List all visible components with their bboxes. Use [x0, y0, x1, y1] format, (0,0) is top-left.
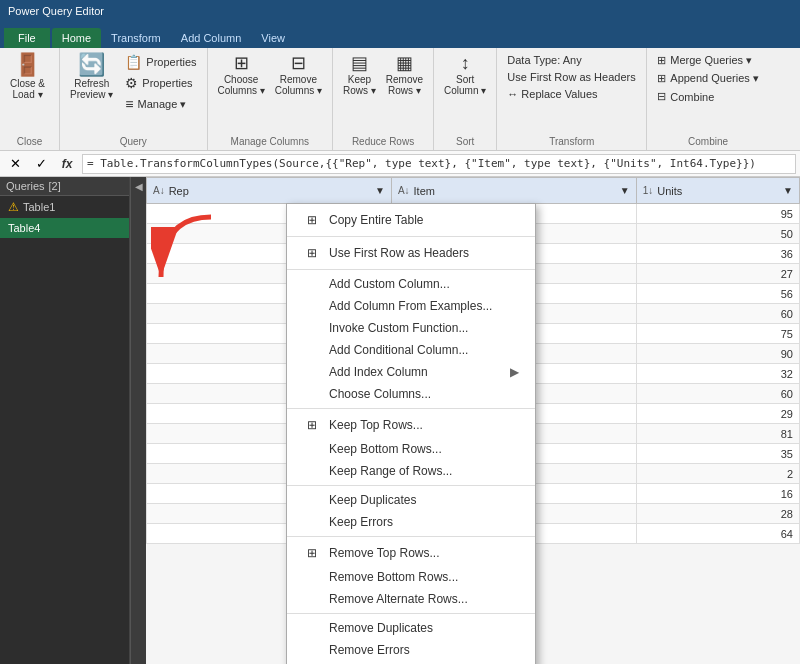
- merge-queries-icon: ⊞: [657, 54, 666, 67]
- sidebar-count: [2]: [49, 180, 61, 192]
- menu-item-add-custom-column[interactable]: Add Custom Column...: [287, 273, 535, 295]
- menu-item-keep-range-rows[interactable]: Keep Range of Rows...: [287, 460, 535, 482]
- first-row-headers-button[interactable]: Use First Row as Headers: [503, 69, 639, 85]
- tab-home[interactable]: Home: [52, 28, 101, 48]
- menu-item-add-column-examples[interactable]: Add Column From Examples...: [287, 295, 535, 317]
- advanced-editor-button[interactable]: ⚙ Properties: [121, 73, 200, 93]
- menu-item-remove-errors[interactable]: Remove Errors: [287, 639, 535, 661]
- sidebar-header: Queries [2]: [0, 177, 129, 196]
- col-header-rep[interactable]: A↓ Rep ▼: [147, 178, 392, 204]
- cell-units: 29: [636, 404, 799, 424]
- menu-icon-copy-table: ⊞: [303, 211, 321, 229]
- remove-rows-icon: ▦: [396, 54, 413, 72]
- menu-label-keep-errors: Keep Errors: [329, 515, 393, 529]
- col-header-units[interactable]: 1↓ Units ▼: [636, 178, 799, 204]
- formula-confirm-button[interactable]: ✓: [30, 153, 52, 175]
- menu-item-keep-errors[interactable]: Keep Errors: [287, 511, 535, 533]
- menu-label-remove-duplicates: Remove Duplicates: [329, 621, 433, 635]
- tab-file[interactable]: File: [4, 28, 50, 48]
- advanced-editor-icon: ⚙: [125, 75, 138, 91]
- sort-button[interactable]: ↕ SortColumn ▾: [440, 52, 490, 98]
- menu-item-remove-alternate-rows[interactable]: Remove Alternate Rows...: [287, 588, 535, 610]
- sidebar-item-table4[interactable]: Table4: [0, 218, 129, 238]
- merge-queries-button[interactable]: ⊞ Merge Queries ▾: [653, 52, 763, 69]
- fx-button[interactable]: fx: [56, 153, 78, 175]
- item-col-label: Item: [414, 185, 435, 197]
- menu-item-choose-columns[interactable]: Choose Columns...: [287, 383, 535, 405]
- menu-item-add-conditional-column[interactable]: Add Conditional Column...: [287, 339, 535, 361]
- merge-queries-label: Merge Queries ▾: [670, 54, 752, 67]
- formula-cancel-button[interactable]: ✕: [4, 153, 26, 175]
- sidebar-item-table1[interactable]: ⚠ Table1: [0, 196, 129, 218]
- ribbon-group-query: 🔄 RefreshPreview ▾ 📋 Properties ⚙ Proper…: [60, 48, 208, 150]
- append-queries-button[interactable]: ⊞ Append Queries ▾: [653, 70, 763, 87]
- formula-bar: ✕ ✓ fx: [0, 151, 800, 177]
- menu-item-invoke-custom-function[interactable]: Invoke Custom Function...: [287, 317, 535, 339]
- menu-item-remove-bottom-rows[interactable]: Remove Bottom Rows...: [287, 566, 535, 588]
- menu-item-keep-duplicates[interactable]: Keep Duplicates: [287, 489, 535, 511]
- menu-icon-first-row-headers: ⊞: [303, 244, 321, 262]
- query-group-label: Query: [60, 136, 207, 147]
- combine-files-label: Combine: [670, 91, 714, 103]
- cancel-icon: ✕: [10, 156, 21, 171]
- menu-label-copy-table: Copy Entire Table: [329, 213, 424, 227]
- tab-view[interactable]: View: [251, 28, 295, 48]
- table4-label: Table4: [8, 222, 40, 234]
- replace-values-button[interactable]: ↔ Replace Values: [503, 86, 639, 102]
- confirm-icon: ✓: [36, 156, 47, 171]
- menu-item-remove-duplicates[interactable]: Remove Duplicates: [287, 617, 535, 639]
- refresh-preview-button[interactable]: 🔄 RefreshPreview ▾: [66, 52, 117, 102]
- choose-columns-button[interactable]: ⊞ ChooseColumns ▾: [214, 52, 269, 98]
- tab-transform[interactable]: Transform: [101, 28, 171, 48]
- menu-label-keep-top-rows: Keep Top Rows...: [329, 418, 423, 432]
- title-text: Power Query Editor: [8, 5, 104, 17]
- sidebar-toggle[interactable]: ◀: [130, 177, 146, 664]
- cell-units: 95: [636, 204, 799, 224]
- choose-columns-icon: ⊞: [234, 54, 249, 72]
- cell-units: 28: [636, 504, 799, 524]
- menu-separator: [287, 613, 535, 614]
- sort-label: Sort: [434, 136, 496, 147]
- close-load-button[interactable]: 🚪 Close &Load ▾: [6, 52, 49, 102]
- menu-label-remove-errors: Remove Errors: [329, 643, 410, 657]
- menu-label-invoke-custom-function: Invoke Custom Function...: [329, 321, 468, 335]
- remove-columns-icon: ⊟: [291, 54, 306, 72]
- cell-units: 50: [636, 224, 799, 244]
- menu-item-add-index-column[interactable]: Add Index Column▶: [287, 361, 535, 383]
- keep-rows-button[interactable]: ▤ KeepRows ▾: [339, 52, 380, 98]
- formula-input[interactable]: [82, 154, 796, 174]
- rep-col-menu[interactable]: ▼: [375, 185, 385, 196]
- rep-col-label: Rep: [169, 185, 189, 197]
- data-type-button[interactable]: Data Type: Any: [503, 52, 639, 68]
- menu-label-keep-duplicates: Keep Duplicates: [329, 493, 416, 507]
- fx-icon: fx: [62, 157, 73, 171]
- item-type-icon: A↓: [398, 185, 410, 196]
- menu-label-remove-bottom-rows: Remove Bottom Rows...: [329, 570, 458, 584]
- ribbon-group-transform: Data Type: Any Use First Row as Headers …: [497, 48, 647, 150]
- menu-item-copy-table[interactable]: ⊞Copy Entire Table: [287, 207, 535, 233]
- advanced-editor-label: Properties: [142, 77, 192, 89]
- cell-units: 35: [636, 444, 799, 464]
- remove-columns-button[interactable]: ⊟ RemoveColumns ▾: [271, 52, 326, 98]
- remove-rows-button[interactable]: ▦ RemoveRows ▾: [382, 52, 427, 98]
- menu-item-first-row-headers[interactable]: ⊞Use First Row as Headers: [287, 240, 535, 266]
- menu-label-add-conditional-column: Add Conditional Column...: [329, 343, 468, 357]
- properties-button[interactable]: 📋 Properties: [121, 52, 200, 72]
- ribbon-tabs: File Home Transform Add Column View: [0, 22, 800, 48]
- menu-item-keep-top-rows[interactable]: ⊞Keep Top Rows...: [287, 412, 535, 438]
- manage-button[interactable]: ≡ Manage ▾: [121, 94, 200, 114]
- cell-units: 2: [636, 464, 799, 484]
- manage-icon: ≡: [125, 96, 133, 112]
- title-bar: Power Query Editor: [0, 0, 800, 22]
- menu-item-keep-bottom-rows[interactable]: Keep Bottom Rows...: [287, 438, 535, 460]
- properties-label: Properties: [146, 56, 196, 68]
- item-col-menu[interactable]: ▼: [620, 185, 630, 196]
- units-col-menu[interactable]: ▼: [783, 185, 793, 196]
- menu-item-remove-top-rows[interactable]: ⊞Remove Top Rows...: [287, 540, 535, 566]
- combine-files-button[interactable]: ⊟ Combine: [653, 88, 763, 105]
- context-menu: ⊞Copy Entire Table⊞Use First Row as Head…: [286, 203, 536, 664]
- sidebar: Queries [2] ⚠ Table1 Table4: [0, 177, 130, 664]
- cell-units: 56: [636, 284, 799, 304]
- tab-add-column[interactable]: Add Column: [171, 28, 252, 48]
- col-header-item[interactable]: A↓ Item ▼: [391, 178, 636, 204]
